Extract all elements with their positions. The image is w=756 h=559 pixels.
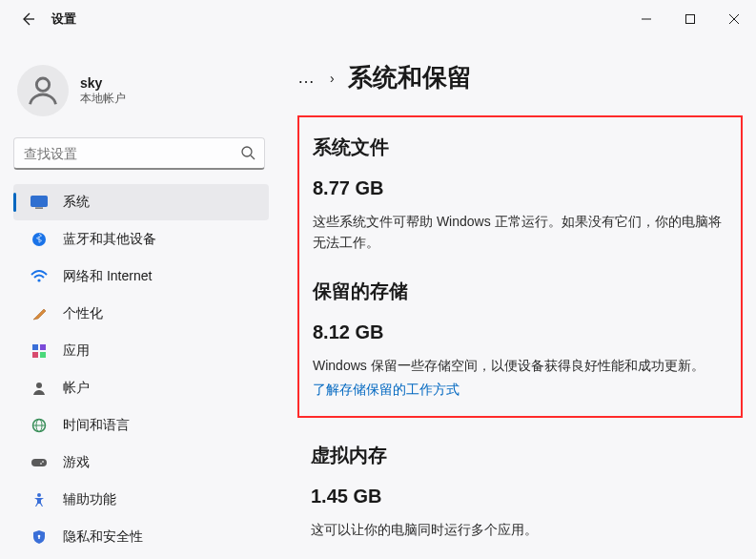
profile-block[interactable]: sky 本地帐户	[8, 57, 275, 134]
section-value: 1.45 GB	[311, 486, 729, 507]
svg-rect-12	[40, 352, 46, 358]
globe-icon	[31, 417, 48, 434]
settings-window: 设置 sky 本地帐户	[0, 0, 756, 559]
maximize-button[interactable]	[668, 0, 712, 38]
nav-item-bluetooth[interactable]: 蓝牙和其他设备	[13, 221, 269, 258]
svg-rect-22	[38, 536, 39, 539]
section-virtual-memory: 虚拟内存 1.45 GB 这可以让你的电脑同时运行多个应用。	[297, 443, 743, 540]
bluetooth-icon	[31, 231, 48, 248]
section-title: 虚拟内存	[311, 443, 729, 468]
profile-subtitle: 本地帐户	[80, 91, 126, 107]
svg-point-3	[242, 147, 252, 156]
wifi-icon	[31, 268, 48, 285]
arrow-left-icon	[20, 11, 35, 27]
gamepad-icon	[31, 454, 48, 471]
nav-label: 辅助功能	[63, 491, 116, 508]
minimize-button[interactable]	[624, 0, 668, 38]
nav-item-accessibility[interactable]: 辅助功能	[13, 482, 269, 518]
highlighted-sections: 系统文件 8.77 GB 这些系统文件可帮助 Windows 正常运行。如果没有…	[297, 115, 743, 418]
page-title: 系统和保留	[348, 61, 472, 94]
breadcrumb: … › 系统和保留	[297, 61, 743, 94]
svg-rect-10	[40, 344, 46, 350]
svg-rect-17	[31, 459, 47, 466]
nav-label: 网络和 Internet	[63, 268, 152, 285]
nav-label: 个性化	[63, 305, 103, 322]
svg-point-2	[36, 78, 49, 91]
window-title: 设置	[51, 10, 76, 28]
nav-label: 应用	[63, 342, 90, 360]
nav-item-gaming[interactable]: 游戏	[13, 445, 269, 481]
avatar	[17, 65, 69, 116]
accessibility-icon	[31, 491, 48, 508]
section-value: 8.77 GB	[313, 177, 727, 199]
shield-icon	[31, 528, 48, 546]
svg-rect-5	[31, 197, 48, 207]
system-icon	[31, 194, 48, 211]
svg-point-18	[42, 461, 44, 463]
search-icon	[240, 145, 255, 164]
svg-rect-9	[32, 344, 38, 350]
breadcrumb-more[interactable]: …	[297, 68, 317, 88]
section-title: 保留的存储	[313, 279, 727, 304]
back-button[interactable]	[17, 9, 38, 30]
nav-label: 隐私和安全性	[63, 528, 143, 546]
nav-item-system[interactable]: 系统	[13, 184, 269, 220]
nav-item-privacy[interactable]: 隐私和安全性	[13, 519, 269, 555]
nav-list: 系统 蓝牙和其他设备 网络和 Internet 个性化 应用	[8, 183, 275, 559]
search-wrap	[13, 137, 265, 170]
svg-rect-1	[686, 15, 695, 24]
section-body: 这些系统文件可帮助 Windows 正常运行。如果没有它们，你的电脑将无法工作。	[313, 211, 727, 254]
close-icon	[728, 13, 740, 25]
svg-rect-6	[35, 208, 43, 209]
section-system-files: 系统文件 8.77 GB 这些系统文件可帮助 Windows 正常运行。如果没有…	[313, 135, 727, 254]
content-pane[interactable]: … › 系统和保留 系统文件 8.77 GB 这些系统文件可帮助 Windows…	[278, 38, 756, 559]
svg-point-19	[40, 463, 42, 465]
chevron-right-icon: ›	[330, 71, 335, 86]
nav-label: 蓝牙和其他设备	[63, 231, 156, 248]
profile-name: sky	[80, 75, 126, 91]
svg-rect-11	[32, 352, 38, 358]
nav-label: 游戏	[63, 454, 90, 471]
reserved-storage-link[interactable]: 了解存储保留的工作方式	[313, 382, 460, 399]
titlebar: 设置	[0, 0, 756, 38]
sidebar: sky 本地帐户 系统 蓝牙和其他设备	[0, 38, 278, 559]
person-icon	[25, 72, 61, 109]
svg-line-4	[251, 155, 255, 159]
section-body: Windows 保留一些存储空间，以便设备获得良好性能和成功更新。	[313, 355, 727, 376]
brush-icon	[31, 305, 48, 322]
nav-label: 时间和语言	[63, 417, 130, 434]
section-body: 这可以让你的电脑同时运行多个应用。	[311, 519, 729, 540]
section-value: 8.12 GB	[313, 321, 727, 343]
svg-point-13	[36, 383, 42, 388]
maximize-icon	[684, 13, 696, 25]
svg-point-8	[37, 279, 40, 281]
nav-item-apps[interactable]: 应用	[13, 333, 269, 369]
apps-icon	[31, 342, 48, 360]
nav-label: 帐户	[63, 380, 90, 397]
nav-item-accounts[interactable]: 帐户	[13, 370, 269, 406]
window-controls	[624, 0, 756, 38]
close-button[interactable]	[712, 0, 756, 38]
section-reserved-storage: 保留的存储 8.12 GB Windows 保留一些存储空间，以便设备获得良好性…	[313, 279, 727, 399]
nav-item-personalization[interactable]: 个性化	[13, 296, 269, 332]
nav-item-network[interactable]: 网络和 Internet	[13, 259, 269, 295]
account-icon	[31, 380, 48, 397]
nav-item-time-language[interactable]: 时间和语言	[13, 407, 269, 444]
search-input[interactable]	[13, 137, 265, 170]
svg-point-20	[37, 493, 41, 497]
section-title: 系统文件	[313, 135, 727, 160]
minimize-icon	[641, 13, 652, 25]
nav-label: 系统	[63, 194, 90, 211]
